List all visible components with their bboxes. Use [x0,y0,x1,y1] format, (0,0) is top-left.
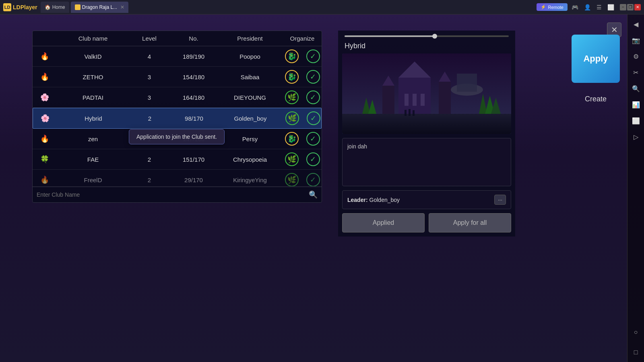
club-panel: Club name Level No. President Organize 🔥… [32,31,322,203]
remote-button[interactable]: ⚡ Remote [537,3,568,11]
tab-home[interactable]: 🏠 Home [41,2,69,13]
detail-panel: Hybrid [338,31,515,237]
app-logo: LD LDPlayer [3,3,37,11]
svg-rect-9 [413,94,417,106]
check-icon-padtai[interactable]: ✓ [306,90,320,104]
check-icon-zen[interactable]: ✓ [306,132,320,146]
club-name-zetho: ZETHO [57,74,129,80]
col-icon [33,35,57,42]
club-level-padtai: 3 [129,94,169,101]
table-row[interactable]: 🍀 FAE 2 151/170 Chrysopoeia 🌿 ✓ [33,149,322,170]
check-icon-fae[interactable]: ✓ [306,152,320,166]
remote-label: Remote [548,5,564,10]
club-icon-padtai: 🌸 [38,91,51,104]
window-controls: − ❐ ✕ [620,4,641,10]
club-icon-freelD: 🔥 [38,173,51,186]
create-button[interactable]: Create [572,95,620,103]
search-button[interactable]: 🔍 [309,190,318,199]
tab-home-label: Home [52,4,65,10]
org-icon-zen: 🐉 [285,132,299,146]
club-name-padtai: PADTAI [57,94,129,101]
club-image-scene [342,53,511,134]
club-image [342,53,511,134]
table-row[interactable]: 🌸 PADTAI 3 164/180 DIEYOUNG 🌿 ✓ [33,87,322,108]
leader-name: Golden_boy [369,197,400,203]
check-icon-freelD[interactable]: ✓ [306,173,320,187]
club-scene-svg [342,53,511,134]
tab-close-btn[interactable]: ✕ [120,4,124,10]
col-club-name: Club name [57,35,129,42]
club-president-valkid: Poopoo [218,53,282,60]
club-president-zen: Persy [218,136,282,142]
description-box[interactable]: join dah [342,138,511,186]
check-icon-hybrid[interactable]: ✓ [307,111,320,125]
user-icon[interactable]: 👤 [582,3,592,11]
club-level-freelD: 2 [129,177,169,183]
slider-track [345,35,509,37]
tab-bar: 🏠 Home Dragon Raja L... ✕ [41,2,534,13]
home-icon: 🏠 [45,4,51,10]
svg-rect-19 [409,109,411,116]
sidebar-stats-icon[interactable]: 📊 [630,99,642,110]
sidebar-search-icon[interactable]: 🔍 [630,83,642,94]
leader-row: Leader: Golden_boy ··· [342,190,511,209]
club-no-freelD: 29/170 [169,177,218,183]
close-btn[interactable]: ✕ [634,4,641,10]
window-icon[interactable]: ⬜ [606,3,616,11]
slider-thumb[interactable] [432,34,437,39]
sidebar-back-icon[interactable]: ◀ [630,19,642,30]
tab-game[interactable]: Dragon Raja L... ✕ [71,2,128,13]
slider-fill [345,35,435,37]
game-tab-icon [75,4,80,10]
sidebar-square-icon: □ [630,347,642,358]
topbar: LD LDPlayer 🏠 Home Dragon Raja L... ✕ ⚡ … [0,0,644,14]
tooltip-text: Application to join the Club sent. [136,134,217,140]
svg-rect-12 [457,74,477,92]
applied-button[interactable]: Applied [342,213,425,232]
action-buttons: Applied Apply for all [342,213,511,232]
table-row-hybrid[interactable]: 🌸 Hybrid 2 98/170 Golden_boy 🌿 ✓ [33,108,322,129]
table-row[interactable]: 🔥 ValkID 4 189/190 Poopoo 🐉 ✓ [33,46,322,67]
org-icon-hybrid: 🌿 [285,111,299,125]
table-row[interactable]: 🔥 ZETHO 3 154/180 Saibaa 🐉 ✓ [33,67,322,87]
apply-button[interactable]: Apply [572,35,620,83]
org-icon-valkid: 🐉 [285,49,299,63]
svg-rect-18 [405,110,407,116]
sidebar-play-icon[interactable]: ▷ [630,131,642,142]
col-level: Level [129,35,169,42]
controller-icon[interactable]: 🎮 [570,3,580,11]
svg-rect-10 [421,94,425,106]
club-no-fae: 151/170 [169,156,218,163]
club-president-freelD: KiringyeYing [218,177,282,183]
check-icon-zetho[interactable]: ✓ [306,70,320,84]
sidebar-crop-icon[interactable]: ✂ [630,67,642,78]
club-name-zen: zen [57,136,129,142]
club-icon-hybrid: 🌸 [39,112,52,125]
minimize-btn[interactable]: − [620,4,626,10]
club-level-valkid: 4 [129,53,169,60]
org-icon-padtai: 🌿 [285,90,299,104]
right-sidebar: ◀ 📷 ⚙ ✂ 🔍 📊 ⬜ ▷ ○ □ [627,14,644,362]
sidebar-screen-icon[interactable]: ⬜ [630,115,642,126]
table-row[interactable]: 🔥 FreelD 2 29/170 KiringyeYing 🌿 ✓ [33,170,322,187]
svg-rect-8 [405,94,409,106]
club-icon-fae: 🍀 [38,153,51,166]
club-icon-zetho: 🔥 [38,70,51,83]
sidebar-screenshot-icon[interactable]: 📷 [630,35,642,46]
sidebar-settings-icon[interactable]: ⚙ [630,51,642,62]
apply-all-button[interactable]: Apply for all [429,213,511,232]
description-text: join dah [347,143,367,150]
club-name-freelD: FreelD [57,177,129,183]
club-icon-valkid: 🔥 [38,50,51,63]
org-icon-freelD: 🌿 [285,173,299,187]
club-level-fae: 2 [129,156,169,163]
chat-button[interactable]: ··· [494,195,506,205]
check-icon-valkid[interactable]: ✓ [306,49,320,63]
club-president-zetho: Saibaa [218,74,282,80]
club-no-zetho: 154/180 [169,74,218,80]
search-input[interactable] [37,191,309,198]
club-president-hybrid: Golden_boy [218,115,283,122]
menu-icon[interactable]: ☰ [595,3,603,11]
restore-btn[interactable]: ❐ [627,4,634,10]
leader-label: Leader: [347,197,368,203]
